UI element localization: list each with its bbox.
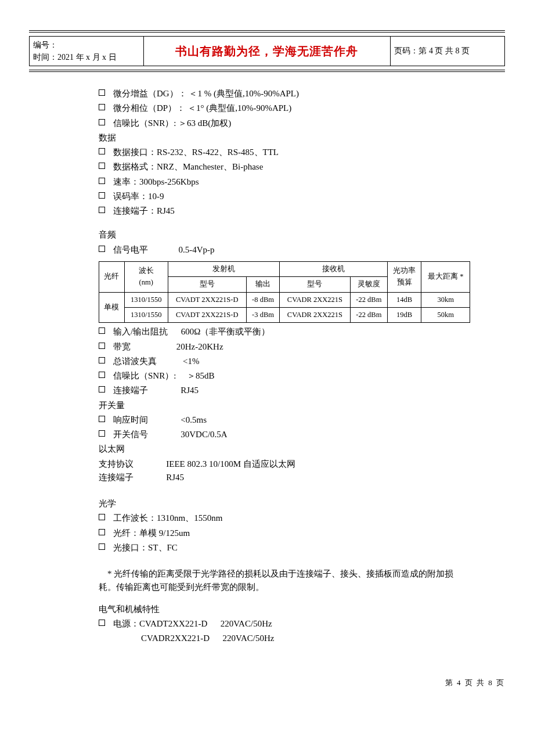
spec-video-snr: 信噪比（SNR）: ＞63 dB(加权) [99,117,505,130]
spec-eth-proto: 支持协议 IEEE 802.3 10/100M 自适应以太网 [99,458,505,471]
data-list: 数据接口：RS-232、RS-422、RS-485、TTL 数据格式：NRZ、M… [99,146,505,218]
th-maxdist: 最大距离 * [421,261,470,292]
audio-list-2: 输入/输出阻抗 600Ω（非平衡或平衡） 带宽 20Hz-20KHz 总谐波失真… [99,325,505,397]
th-transmitter: 发射机 [168,261,280,276]
spec-fiber: 光纤：单模 9/125um [99,527,505,540]
content-block-2: 输入/输出阻抗 600Ω（非平衡或平衡） 带宽 20Hz-20KHz 总谐波失真… [29,325,505,564]
content-block-1: 微分增益（DG）： ＜1 % (典型值,10%-90%APL) 微分相位（DP）… [29,73,505,257]
table-header-row-1: 光纤 波长 (nm) 发射机 接收机 光功率 预算 最大距离 * [99,261,470,276]
th-tx-out: 输出 [246,277,279,292]
header-motto: 书山有路勤为径，学海无涯苦作舟 [175,45,358,57]
spec-dp: 微分相位（DP）： ＜1° (典型值,10%-90%APL) [99,102,505,115]
spec-audio-snr: 信噪比（SNR）: ＞85dB [99,369,505,383]
header-left-cell: 编号： 时间：2021 年 x 月 x 日 [30,37,144,66]
under-header-rule-1 [29,70,505,70]
cell-dist-2: 50km [421,307,470,322]
spec-interface: 数据接口：RS-232、RS-422、RS-485、TTL [99,146,505,159]
top-rule-1 [29,30,505,31]
th-wave-top: 波长 [128,265,164,276]
audio-list-1: 信号电平 0.5-4Vp-p [99,243,505,257]
section-eth-title: 以太网 [99,442,505,456]
switch-list: 响应时间 <0.5ms 开关信号 30VDC/0.5A [99,413,505,442]
spec-rate: 速率：300bps-256Kbps [99,175,505,189]
spec-ber: 误码率：10-9 [99,190,505,203]
cell-txout-1: -8 dBm [246,292,279,307]
page: 编号： 时间：2021 年 x 月 x 日 书山有路勤为径，学海无涯苦作舟 页码… [0,0,534,657]
doc-number: 编号： [33,39,140,51]
spec-power-2: CVADR2XX221-D 220VAC/50Hz [99,632,505,645]
cell-budget-2: 19dB [387,307,421,322]
cell-txmodel-1: CVADT 2XX221S-D [168,292,246,307]
cell-txmodel-2: CVADT 2XX221S-D [168,307,246,322]
spec-switch-sig: 开关信号 30VDC/0.5A [99,428,505,441]
elec-list: 电源：CVADT2XX221-D 220VAC/50Hz [99,617,505,631]
spec-switch-resp: 响应时间 <0.5ms [99,413,505,427]
content-block-3: 电气和机械特性 电源：CVADT2XX221-D 220VAC/50Hz CVA… [29,598,505,646]
spec-port: 光接口：ST、FC [99,541,505,555]
spec-thd: 总谐波失真 <1% [99,355,505,368]
spec-eth-conn: 连接端子 RJ45 [99,471,505,484]
cell-rxmodel-2: CVADR 2XX221S [280,307,351,322]
th-fiber: 光纤 [99,261,125,292]
table-row: 单模 1310/1550 CVADT 2XX221S-D -8 dBm CVAD… [99,292,470,307]
note-wrap: * 光纤传输的距离受限于光学路径的损耗以及由于连接端子、接头、接插板而造成的附加… [29,567,505,595]
th-receiver: 接收机 [280,261,388,276]
spec-audio-conn: 连接端子 RJ45 [99,384,505,397]
section-optics-title: 光学 [99,497,505,510]
spec-data-conn: 连接端子：RJ45 [99,204,505,218]
section-switch-title: 开关量 [99,399,505,412]
spec-audio-level: 信号电平 0.5-4Vp-p [99,243,505,257]
spec-format: 数据格式：NRZ、Manchester、Bi-phase [99,160,505,174]
spec-impedance: 输入/输出阻抗 600Ω（非平衡或平衡） [99,325,505,339]
th-rx-sens: 灵敏度 [350,277,387,292]
video-list: 微分增益（DG）： ＜1 % (典型值,10%-90%APL) 微分相位（DP）… [99,87,505,130]
th-budget-bot: 预算 [391,277,417,288]
page-code: 页码：第 4 页 共 8 页 [394,46,470,55]
cell-rxmodel-1: CVADR 2XX221S [280,292,351,307]
header-center-cell: 书山有路勤为径，学海无涯苦作舟 [143,37,391,66]
cell-dist-1: 30km [421,292,470,307]
fiber-spec-table: 光纤 波长 (nm) 发射机 接收机 光功率 预算 最大距离 * 型号 输出 型… [99,261,470,323]
cell-txout-2: -3 dBm [246,307,279,322]
doc-time: 时间：2021 年 x 月 x 日 [33,51,140,63]
content-table-wrap: 光纤 波长 (nm) 发射机 接收机 光功率 预算 最大距离 * 型号 输出 型… [29,261,505,323]
fiber-note: * 光纤传输的距离受限于光学路径的损耗以及由于连接端子、接头、接插板而造成的附加… [99,567,470,595]
th-fiber-text: 光纤 [103,271,121,282]
th-wave-bot: (nm) [128,277,164,288]
cell-budget-1: 14dB [387,292,421,307]
spec-wavelength: 工作波长：1310nm、1550nm [99,512,505,525]
section-elec-title: 电气和机械特性 [99,603,505,616]
th-rx-model: 型号 [280,277,351,292]
optics-list: 工作波长：1310nm、1550nm 光纤：单模 9/125um 光接口：ST、… [99,512,505,555]
header-right-cell: 页码：第 4 页 共 8 页 [391,37,505,66]
spec-bandwidth: 带宽 20Hz-20KHz [99,340,505,354]
cell-rxsens-2: -22 dBm [350,307,387,322]
th-budget: 光功率 预算 [387,261,421,292]
spec-power-1: 电源：CVADT2XX221-D 220VAC/50Hz [99,617,505,631]
section-audio-title: 音频 [99,228,505,242]
cell-fiber-mode: 单模 [99,292,125,323]
top-rule-2 [29,32,505,33]
cell-wave-2: 1310/1550 [124,307,168,322]
cell-rxsens-1: -22 dBm [350,292,387,307]
th-tx-model: 型号 [168,277,246,292]
section-data-title: 数据 [99,131,505,145]
cell-wave-1: 1310/1550 [124,292,168,307]
spec-dg: 微分增益（DG）： ＜1 % (典型值,10%-90%APL) [99,87,505,100]
table-row: 1310/1550 CVADT 2XX221S-D -3 dBm CVADR 2… [99,307,470,322]
th-budget-top: 光功率 [391,265,417,276]
th-wavelength: 波长 (nm) [124,261,168,292]
page-footer: 第 4 页 共 8 页 [0,678,534,688]
header-box: 编号： 时间：2021 年 x 月 x 日 书山有路勤为径，学海无涯苦作舟 页码… [29,36,505,66]
under-header-rule-2 [29,71,505,72]
